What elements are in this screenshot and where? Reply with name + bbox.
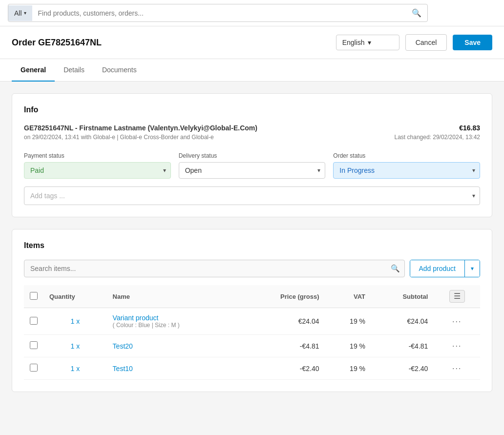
th-actions: ☰ (434, 285, 480, 308)
row-name-cell: Test20 (107, 335, 240, 357)
row-product-name[interactable]: Test20 (113, 342, 133, 350)
tab-documents-label: Documents (102, 66, 137, 74)
row-price: -€2.40 (240, 357, 325, 380)
row-actions-button[interactable]: ··· (452, 364, 462, 373)
row-name-cell: Test10 (107, 357, 240, 380)
order-last-changed: Last changed: 29/02/2024, 13:42 (395, 134, 480, 141)
row-subtotal: -€2.40 (371, 357, 434, 380)
page-header: Order GE78251647NL English ▾ Cancel Save (0, 26, 504, 59)
order-status-wrapper: In Progress Completed Cancelled (333, 162, 480, 179)
language-selector[interactable]: English ▾ (336, 35, 399, 50)
order-meta-row: on 29/02/2024, 13:41 with Global-e | Glo… (24, 134, 480, 150)
row-subtotal: -€4.81 (371, 335, 434, 357)
info-card: Info GE78251647NL - Firstname Lastname (… (12, 93, 492, 217)
payment-status-label: Payment status (24, 152, 171, 159)
order-amount: €16.83 (459, 124, 480, 132)
header-actions: English ▾ Cancel Save (336, 34, 492, 51)
table-row: 1 x Variant product ( Colour : Blue | Si… (24, 308, 480, 335)
th-name: Name (107, 285, 240, 308)
items-search-icon: 🔍 (391, 264, 400, 273)
th-price: Price (gross) (240, 285, 325, 308)
tab-details[interactable]: Details (55, 59, 93, 82)
th-subtotal: Subtotal (371, 285, 434, 308)
row-name-cell: Variant product ( Colour : Blue | Size :… (107, 308, 240, 335)
tags-select-wrapper: Add tags ... (24, 186, 480, 205)
delivery-status-label: Delivery status (179, 152, 326, 159)
table-row: 1 x Test20 -€4.81 19 % -€4.81 ··· (24, 335, 480, 357)
row-price: -€4.81 (240, 335, 325, 357)
page-title: Order GE78251647NL (12, 38, 102, 48)
main-content: Info GE78251647NL - Firstname Lastname (… (0, 82, 504, 415)
items-search-row: 🔍 Add product ▾ (24, 260, 480, 277)
order-status-col: Order status In Progress Completed Cance… (333, 152, 480, 179)
language-value: English (342, 39, 365, 46)
order-info-row: GE78251647NL - Firstname Lastname (Valen… (24, 124, 480, 132)
select-all-checkbox[interactable] (30, 292, 38, 300)
row-product-name[interactable]: Test10 (113, 365, 133, 373)
status-row: Payment status Paid Unpaid Overdue Deliv… (24, 152, 480, 179)
items-search-input[interactable] (24, 260, 405, 277)
add-product-dropdown-button[interactable]: ▾ (464, 260, 480, 277)
delivery-status-select[interactable]: Open Shipped Delivered (179, 162, 326, 179)
order-status-select[interactable]: In Progress Completed Cancelled (333, 162, 480, 179)
row-checkbox[interactable] (30, 341, 38, 349)
tags-select[interactable]: Add tags ... (24, 186, 480, 205)
th-vat: VAT (325, 285, 371, 308)
order-status-label: Order status (333, 152, 480, 159)
row-vat: 19 % (325, 357, 371, 380)
th-quantity: Quantity (43, 285, 107, 308)
table-row: 1 x Test10 -€2.40 19 % -€2.40 ··· (24, 357, 480, 380)
row-actions-button[interactable]: ··· (452, 342, 462, 351)
filter-chevron-icon: ▾ (24, 10, 26, 16)
filter-all-label: All (14, 9, 22, 17)
cancel-button[interactable]: Cancel (405, 34, 447, 51)
tab-general[interactable]: General (12, 59, 55, 82)
payment-status-col: Payment status Paid Unpaid Overdue (24, 152, 171, 179)
search-filter-button[interactable]: All ▾ (8, 5, 32, 21)
delivery-status-wrapper: Open Shipped Delivered (179, 162, 326, 179)
tab-details-label: Details (63, 66, 84, 74)
save-button[interactable]: Save (453, 35, 492, 50)
row-checkbox-cell (24, 335, 43, 357)
row-product-name[interactable]: Variant product (113, 314, 159, 322)
row-checkbox[interactable] (30, 364, 38, 372)
th-checkbox (24, 285, 43, 308)
row-quantity: 1 x (43, 357, 107, 380)
top-bar: All ▾ 🔍 (0, 0, 504, 26)
row-checkbox-cell (24, 308, 43, 335)
global-search-input[interactable] (32, 5, 406, 21)
language-chevron-icon: ▾ (368, 39, 371, 46)
row-price: €24.04 (240, 308, 325, 335)
items-card: Items 🔍 Add product ▾ Quantity Name Pric (12, 229, 492, 392)
row-actions-cell: ··· (434, 308, 480, 335)
payment-status-select[interactable]: Paid Unpaid Overdue (24, 162, 171, 179)
row-checkbox[interactable] (30, 317, 38, 325)
tags-row: Add tags ... (24, 186, 480, 205)
row-actions-cell: ··· (434, 335, 480, 357)
tab-documents[interactable]: Documents (93, 59, 146, 82)
items-card-title: Items (24, 241, 480, 250)
global-search-wrapper: All ▾ 🔍 (8, 4, 428, 22)
table-header-row: Quantity Name Price (gross) VAT Subtotal… (24, 285, 480, 308)
add-product-button[interactable]: Add product (410, 260, 465, 277)
add-product-btn-group: Add product ▾ (410, 260, 481, 277)
row-actions-cell: ··· (434, 357, 480, 380)
row-vat: 19 % (325, 308, 371, 335)
row-quantity: 1 x (43, 335, 107, 357)
order-id-name: GE78251647NL - Firstname Lastname (Valen… (24, 124, 257, 132)
delivery-status-col: Delivery status Open Shipped Delivered (179, 152, 326, 179)
row-subtotal: €24.04 (371, 308, 434, 335)
items-search-wrapper: 🔍 (24, 260, 405, 277)
row-variant-info: ( Colour : Blue | Size : M ) (113, 322, 234, 329)
row-quantity: 1 x (43, 308, 107, 335)
info-card-title: Info (24, 105, 480, 114)
items-table: Quantity Name Price (gross) VAT Subtotal… (24, 285, 480, 380)
row-vat: 19 % (325, 335, 371, 357)
row-actions-button[interactable]: ··· (452, 317, 462, 326)
column-menu-button[interactable]: ☰ (449, 290, 465, 303)
tabs-bar: General Details Documents (0, 59, 504, 82)
order-meta: on 29/02/2024, 13:41 with Global-e | Glo… (24, 134, 214, 141)
search-submit-button[interactable]: 🔍 (406, 4, 427, 21)
search-icon: 🔍 (412, 9, 421, 17)
payment-status-wrapper: Paid Unpaid Overdue (24, 162, 171, 179)
